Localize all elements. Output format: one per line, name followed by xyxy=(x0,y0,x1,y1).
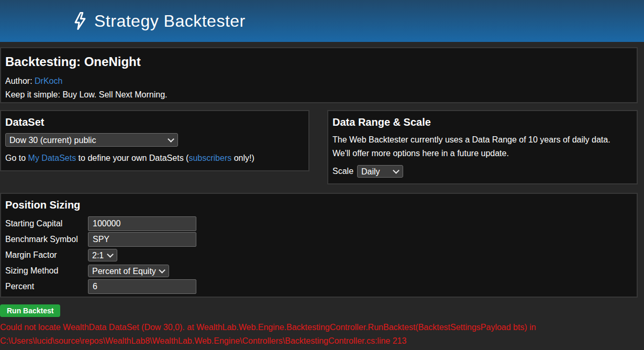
margin-factor-select[interactable]: 2:1 xyxy=(88,249,117,261)
author-line: Author: DrKoch xyxy=(5,74,632,88)
benchmark-symbol-label: Benchmark Symbol xyxy=(5,235,88,244)
brand: Strategy Backtester xyxy=(72,12,246,31)
benchmark-symbol-row: Benchmark Symbol xyxy=(5,232,632,247)
data-range-panel: Data Range & Scale The Web Backtester cu… xyxy=(327,110,638,184)
scale-row: Scale Daily xyxy=(332,165,632,178)
scale-select[interactable]: Daily xyxy=(357,165,403,178)
main-content: Backtesting: OneNight Author: DrKoch Kee… xyxy=(0,47,638,348)
margin-factor-row: Margin Factor 2:1 xyxy=(5,247,632,263)
dataset-help-prefix: Go to xyxy=(5,154,28,162)
app-title: Strategy Backtester xyxy=(94,12,246,31)
margin-factor-label: Margin Factor xyxy=(5,250,88,260)
error-message: Could not locate WealthData DataSet (Dow… xyxy=(0,321,644,348)
sizing-method-label: Sizing Method xyxy=(5,266,88,276)
data-range-description-line2: We'll offer more options here in a futur… xyxy=(332,147,632,160)
dataset-help-suffix: only!) xyxy=(231,154,254,162)
sizing-method-select-wrap: Percent of Equity xyxy=(88,265,169,277)
sizing-method-select[interactable]: Percent of Equity xyxy=(88,265,169,277)
subscribers-link[interactable]: subscribers xyxy=(188,154,231,162)
sizing-method-row: Sizing Method Percent of Equity xyxy=(5,263,632,279)
dataset-help-text: Go to My DataSets to define your own Dat… xyxy=(5,154,304,163)
percent-input[interactable] xyxy=(88,279,196,294)
dataset-heading: DataSet xyxy=(5,116,304,128)
data-range-description-line1: The Web Backtester currently uses a Data… xyxy=(332,133,632,147)
percent-label: Percent xyxy=(5,282,88,291)
app-header: Strategy Backtester xyxy=(0,0,644,42)
author-link[interactable]: DrKoch xyxy=(35,76,62,85)
dataset-panel: DataSet Dow 30 (current) public Go to My… xyxy=(0,110,309,171)
author-label: Author: xyxy=(5,76,35,85)
scale-select-wrap: Daily xyxy=(357,165,403,178)
margin-factor-select-wrap: 2:1 xyxy=(88,249,117,261)
data-range-heading: Data Range & Scale xyxy=(332,116,632,128)
position-sizing-panel: Position Sizing Starting Capital Benchma… xyxy=(0,193,638,298)
dataset-select-wrap: Dow 30 (current) public xyxy=(5,133,178,147)
benchmark-symbol-input[interactable] xyxy=(88,232,196,247)
dataset-help-middle: to define your own DataSets ( xyxy=(76,154,188,162)
my-datasets-link[interactable]: My DataSets xyxy=(28,154,76,162)
scale-label: Scale xyxy=(332,167,353,176)
strategy-heading: Backtesting: OneNight xyxy=(5,54,632,69)
settings-row: DataSet Dow 30 (current) public Go to My… xyxy=(0,110,638,184)
starting-capital-input[interactable] xyxy=(88,216,196,231)
dataset-select[interactable]: Dow 30 (current) public xyxy=(5,133,178,147)
run-backtest-button[interactable]: Run Backtest xyxy=(0,304,60,317)
strategy-info-panel: Backtesting: OneNight Author: DrKoch Kee… xyxy=(0,47,638,103)
strategy-description: Keep it simple: Buy Low. Sell Next Morni… xyxy=(5,88,632,102)
lightning-bolt-icon xyxy=(72,12,88,30)
error-message-line1: Could not locate WealthData DataSet (Dow… xyxy=(0,321,644,334)
position-sizing-heading: Position Sizing xyxy=(5,199,632,211)
starting-capital-label: Starting Capital xyxy=(5,219,88,228)
error-message-line2: C:\Users\lucid\source\repos\WealthLab8\W… xyxy=(0,334,644,348)
starting-capital-row: Starting Capital xyxy=(5,216,632,232)
percent-row: Percent xyxy=(5,279,632,294)
